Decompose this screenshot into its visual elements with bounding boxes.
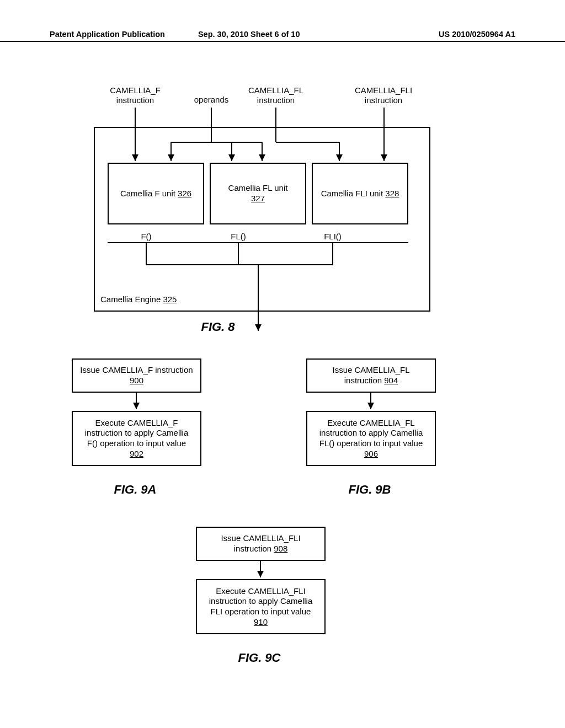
fig9-arrows [0, 0, 565, 662]
